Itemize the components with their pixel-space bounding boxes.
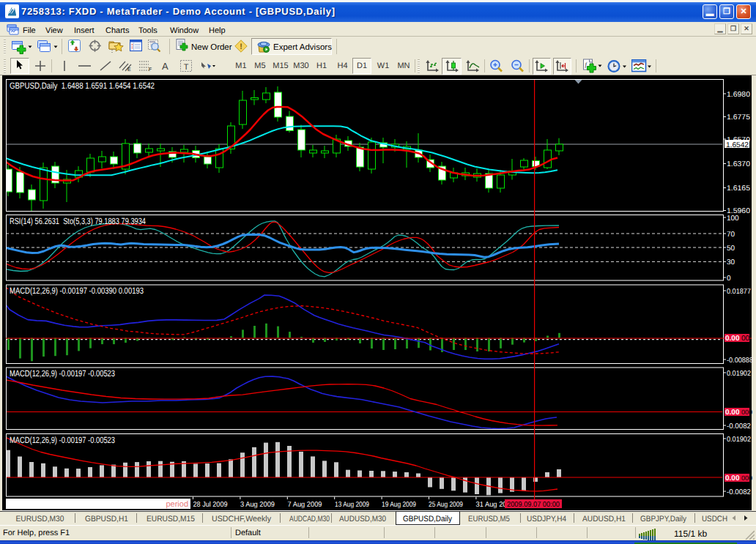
svg-text:3 Aug 2009: 3 Aug 2009 <box>240 501 275 509</box>
svg-text:E: E <box>127 67 131 72</box>
svg-text:GBPUSD,Daily 1.6488 1.6591 1.: GBPUSD,Daily 1.6488 1.6591 1.6454 1.6542 <box>10 81 155 91</box>
svg-text:00: 00 <box>741 335 750 343</box>
svg-text:1.6370: 1.6370 <box>727 160 750 168</box>
svg-text:USDCHF,Weekly: USDCHF,Weekly <box>212 515 271 523</box>
svg-text:USDCH: USDCH <box>702 515 727 523</box>
svg-text:2009.09.07 00:00: 2009.09.07 00:00 <box>507 501 560 509</box>
svg-text:period: period <box>166 500 188 509</box>
svg-text:100: 100 <box>727 215 739 223</box>
svg-text:AUDUSD,M30: AUDUSD,M30 <box>339 515 386 523</box>
svg-text:EURUSD,M15: EURUSD,M15 <box>147 515 195 523</box>
svg-text:30: 30 <box>727 258 735 267</box>
svg-text:-0.0082: -0.0082 <box>727 422 751 431</box>
svg-text:USDJPY,H4: USDJPY,H4 <box>527 515 566 523</box>
svg-text:T: T <box>184 63 189 72</box>
svg-text:MACD(12,26,9) -0.00197 -0.0052: MACD(12,26,9) -0.00197 -0.00523 <box>10 368 115 379</box>
svg-text:0: 0 <box>727 275 731 283</box>
svg-text:0.00: 0.00 <box>725 409 740 417</box>
svg-text:EURUSD,M5: EURUSD,M5 <box>468 515 510 523</box>
svg-text:EURUSD,M30: EURUSD,M30 <box>16 515 64 523</box>
svg-text:25 Aug 2009: 25 Aug 2009 <box>429 501 463 509</box>
svg-text:0.01902: 0.01902 <box>727 436 751 444</box>
svg-text:F: F <box>149 67 152 72</box>
svg-text:MACD(12,26,9) -0.00197 -0.0052: MACD(12,26,9) -0.00197 -0.00523 <box>10 435 115 445</box>
svg-text:000: 000 <box>741 409 752 416</box>
svg-text:50: 50 <box>727 245 735 253</box>
svg-text:1.6542: 1.6542 <box>726 141 749 149</box>
svg-text:AUDUSD,H1: AUDUSD,H1 <box>582 515 626 523</box>
svg-text:13 Aug 2009: 13 Aug 2009 <box>335 501 369 509</box>
svg-text:-0.0082: -0.0082 <box>727 488 751 496</box>
svg-text:1.6165: 1.6165 <box>727 185 750 193</box>
svg-text:1.6980: 1.6980 <box>727 91 750 99</box>
svg-text:000: 000 <box>741 474 752 482</box>
svg-text:!: ! <box>240 42 242 51</box>
svg-text:MACD(12,26,9) -0.00197 -0.0039: MACD(12,26,9) -0.00197 -0.00390 0.00193 <box>10 286 144 296</box>
svg-text:-0.00888: -0.00888 <box>727 357 753 365</box>
svg-text:0.00: 0.00 <box>725 335 740 343</box>
svg-text:0.01902: 0.01902 <box>727 370 751 378</box>
svg-text:7 Aug 2009: 7 Aug 2009 <box>288 501 322 509</box>
svg-text:RSI(14) 56.2631 Sto(5,3,3) 79: RSI(14) 56.2631 Sto(5,3,3) 79.1883 79.39… <box>10 216 146 226</box>
svg-text:0.01877: 0.01877 <box>727 288 751 296</box>
svg-text:31 Aug 20: 31 Aug 20 <box>476 501 507 509</box>
svg-text:GBPUSD,H1: GBPUSD,H1 <box>85 515 128 523</box>
svg-text:GBPUSD,Daily: GBPUSD,Daily <box>403 515 452 523</box>
svg-text:AUDCAD,M30: AUDCAD,M30 <box>289 515 330 523</box>
svg-text:GBPJPY,Daily: GBPJPY,Daily <box>640 515 686 523</box>
svg-text:70: 70 <box>727 231 735 239</box>
svg-text:1.6775: 1.6775 <box>727 113 750 122</box>
svg-text:19 Aug 2009: 19 Aug 2009 <box>382 501 416 509</box>
svg-text:28 Jul 2009: 28 Jul 2009 <box>193 501 228 509</box>
svg-text:0.00: 0.00 <box>725 474 740 482</box>
